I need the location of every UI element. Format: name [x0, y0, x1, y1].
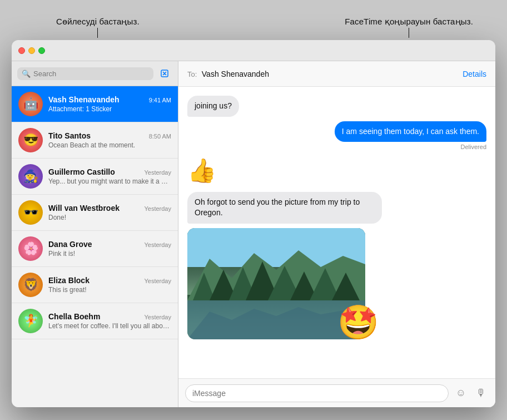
message-row: joining us?: [187, 96, 486, 117]
sidebar: 🔍 🤖 Vash Shenavandeh: [12, 61, 178, 407]
conv-name: Dana Grove: [48, 240, 92, 249]
to-label: To:: [187, 70, 197, 78]
conv-info: Will van Westbroek Yesterday Done!: [48, 204, 171, 221]
search-icon: 🔍: [22, 70, 31, 78]
avatar: 😎: [18, 128, 43, 152]
close-button[interactable]: [18, 47, 25, 54]
conv-time: Yesterday: [144, 169, 171, 176]
conv-info: Guillermo Castillo Yesterday Yep... but …: [48, 167, 171, 185]
delivered-status: Delivered: [461, 144, 486, 150]
conversation-item[interactable]: 🧚 Chella Boehm Yesterday Let's meet for …: [12, 303, 178, 339]
message-row: Oh forgot to send you the picture from m…: [187, 192, 486, 224]
avatar: 🤖: [18, 92, 43, 116]
conv-preview: Pink it is!: [48, 250, 171, 258]
conv-name: Tito Santos: [48, 131, 91, 140]
recipient-line: To: Vash Shenavandeh: [187, 69, 269, 79]
conversation-item[interactable]: 🌸 Dana Grove Yesterday Pink it is!: [12, 231, 178, 267]
conv-time: Yesterday: [144, 314, 171, 320]
avatar: 🌸: [18, 236, 43, 261]
conversations-list: 🤖 Vash Shenavandeh 9:41 AM Attachment: 1…: [12, 86, 178, 407]
avatar: 🧙: [18, 164, 43, 189]
conv-preview: Yep... but you might want to make it a s…: [48, 177, 171, 185]
chat-panel: To: Vash Shenavandeh Details joining us?…: [178, 61, 495, 407]
conv-info: Eliza Block Yesterday This is great!: [48, 276, 171, 294]
compose-button[interactable]: [157, 66, 172, 81]
conv-name: Eliza Block: [48, 276, 90, 285]
conv-info: Vash Shenavandeh 9:41 AM Attachment: 1 S…: [48, 95, 171, 113]
avatar: 🦁: [18, 273, 43, 297]
chat-messages: joining us? I am seeing them today, I ca…: [178, 87, 495, 378]
mic-button[interactable]: 🎙: [473, 386, 489, 401]
minimize-button[interactable]: [28, 47, 35, 54]
emoji-message: 👍: [187, 157, 216, 185]
chat-input-bar: ☺ 🎙: [178, 378, 495, 407]
message-row: I am seeing them today, I can ask them. …: [187, 121, 486, 151]
maximize-button[interactable]: [38, 47, 45, 54]
conv-info: Tito Santos 8:50 AM Ocean Beach at the m…: [48, 131, 171, 149]
conversation-item[interactable]: 🦁 Eliza Block Yesterday This is great!: [12, 267, 178, 303]
conv-time: 9:41 AM: [149, 97, 171, 103]
conversation-item[interactable]: 🧙 Guillermo Castillo Yesterday Yep... bu…: [12, 159, 178, 195]
emoji-button[interactable]: ☺: [453, 386, 469, 401]
message-input[interactable]: [185, 384, 449, 402]
conversation-item[interactable]: 😎 Tito Santos 8:50 AM Ocean Beach at the…: [12, 122, 178, 159]
search-input[interactable]: [33, 70, 149, 78]
conv-name: Guillermo Castillo: [48, 167, 115, 176]
conv-name: Chella Boehm: [48, 312, 100, 321]
conv-info: Dana Grove Yesterday Pink it is!: [48, 240, 171, 258]
conv-preview: Attachment: 1 Sticker: [48, 105, 171, 113]
conv-time: Yesterday: [144, 241, 171, 248]
conv-time: 8:50 AM: [149, 133, 171, 140]
avatar: 🧚: [18, 309, 43, 333]
chat-recipient: Vash Shenavandeh: [202, 70, 269, 78]
memoji-sticker: 🤩: [337, 295, 382, 339]
message-bubble: joining us?: [187, 96, 239, 117]
traffic-lights: [18, 47, 45, 54]
avatar: 🕶️: [18, 200, 43, 225]
photo-message-row: 🤩: [187, 228, 486, 339]
conv-info: Chella Boehm Yesterday Let's meet for co…: [48, 312, 171, 330]
right-annotation: FaceTime қоңырауын бастаңыз.: [345, 17, 473, 38]
conv-name: Will van Westbroek: [48, 204, 120, 213]
chat-header: To: Vash Shenavandeh Details: [178, 61, 495, 87]
search-wrapper[interactable]: 🔍: [17, 67, 153, 80]
message-row: 👍: [187, 155, 486, 187]
conv-preview: Ocean Beach at the moment.: [48, 141, 171, 149]
conv-preview: Done!: [48, 214, 171, 221]
conversation-item[interactable]: 🤖 Vash Shenavandeh 9:41 AM Attachment: 1…: [12, 86, 178, 122]
conv-preview: Let's meet for coffee. I'll tell you all…: [48, 322, 171, 330]
search-bar: 🔍: [12, 61, 178, 86]
message-bubble: Oh forgot to send you the picture from m…: [187, 192, 382, 224]
conv-time: Yesterday: [144, 278, 171, 284]
details-button[interactable]: Details: [463, 70, 486, 78]
conv-preview: This is great!: [48, 286, 171, 294]
conversation-item[interactable]: 🕶️ Will van Westbroek Yesterday Done!: [12, 195, 178, 231]
message-bubble: I am seeing them today, I can ask them.: [335, 121, 486, 142]
app-window: 🔍 🤖 Vash Shenavandeh: [12, 40, 495, 407]
title-bar: [12, 40, 495, 61]
left-annotation: Сөйлесуді бастаңыз.: [56, 17, 140, 38]
conv-time: Yesterday: [144, 205, 171, 212]
main-content: 🔍 🤖 Vash Shenavandeh: [12, 61, 495, 407]
conv-name: Vash Shenavandeh: [48, 95, 120, 104]
